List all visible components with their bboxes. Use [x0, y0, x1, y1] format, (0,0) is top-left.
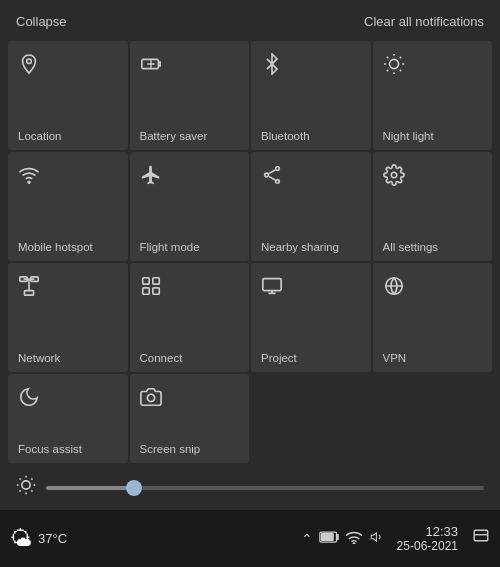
vpn-icon: [383, 275, 405, 302]
screen-snip-icon: [140, 386, 162, 413]
brightness-thumb[interactable]: [126, 480, 142, 496]
svg-point-11: [28, 181, 30, 183]
tile-nearby-sharing-label: Nearby sharing: [261, 241, 339, 253]
notification-center-icon[interactable]: [472, 528, 490, 550]
svg-point-32: [22, 481, 30, 489]
svg-point-17: [391, 172, 397, 178]
tile-mobile-hotspot[interactable]: Mobile hotspot: [8, 152, 128, 261]
location-icon: [18, 53, 40, 80]
tile-all-settings-label: All settings: [383, 241, 439, 253]
tile-location[interactable]: Location: [8, 41, 128, 150]
network-icon: [18, 275, 40, 302]
tile-project-label: Project: [261, 352, 297, 364]
svg-rect-25: [152, 288, 158, 294]
svg-rect-43: [321, 534, 333, 541]
tile-night-light[interactable]: Night light: [373, 41, 493, 150]
nearby-sharing-icon: [261, 164, 283, 191]
battery-saver-icon: [140, 53, 162, 80]
svg-rect-23: [142, 278, 148, 284]
svg-rect-46: [474, 530, 488, 541]
svg-line-39: [20, 490, 21, 491]
tile-connect-label: Connect: [140, 352, 183, 364]
svg-rect-26: [142, 288, 148, 294]
tile-bluetooth-label: Bluetooth: [261, 130, 310, 142]
tile-focus-assist[interactable]: Focus assist: [8, 374, 128, 463]
header: Collapse Clear all notifications: [0, 0, 500, 39]
all-settings-icon: [383, 164, 405, 191]
svg-rect-42: [336, 535, 338, 540]
clear-all-notifications-button[interactable]: Clear all notifications: [364, 14, 484, 29]
svg-rect-20: [24, 291, 33, 296]
svg-line-6: [399, 70, 400, 71]
tile-vpn-label: VPN: [383, 352, 407, 364]
tile-battery-saver[interactable]: Battery saver: [130, 41, 250, 150]
brightness-icon: [16, 475, 36, 500]
tile-screen-snip-label: Screen snip: [140, 443, 201, 455]
tile-nearby-sharing[interactable]: Nearby sharing: [251, 152, 371, 261]
svg-line-10: [399, 57, 400, 58]
svg-rect-27: [263, 279, 281, 291]
weather-icon: 🌤: [10, 526, 32, 552]
tile-night-light-label: Night light: [383, 130, 434, 142]
action-center: Collapse Clear all notifications Locatio…: [0, 0, 500, 510]
brightness-fill: [46, 486, 134, 490]
svg-point-13: [265, 173, 269, 177]
svg-line-36: [31, 490, 32, 491]
tile-flight-mode[interactable]: Flight mode: [130, 152, 250, 261]
tile-network[interactable]: Network: [8, 263, 128, 372]
svg-line-35: [20, 479, 21, 480]
collapse-button[interactable]: Collapse: [16, 14, 67, 29]
tile-flight-mode-label: Flight mode: [140, 241, 200, 253]
clock-date: 25-06-2021: [397, 539, 458, 553]
empty-tile-2: [373, 374, 493, 463]
tile-all-settings[interactable]: All settings: [373, 152, 493, 261]
tile-bluetooth[interactable]: Bluetooth: [251, 41, 371, 150]
wifi-icon: [345, 530, 363, 547]
svg-line-5: [386, 57, 387, 58]
svg-line-16: [269, 170, 275, 174]
clock[interactable]: 12:33 25-06-2021: [397, 524, 458, 553]
svg-marker-45: [371, 533, 376, 541]
tile-network-label: Network: [18, 352, 60, 364]
svg-line-40: [31, 479, 32, 480]
project-icon: [261, 275, 283, 302]
battery-taskbar-icon: [319, 530, 339, 547]
brightness-slider[interactable]: [46, 486, 484, 490]
svg-point-0: [27, 59, 32, 64]
svg-line-9: [386, 70, 387, 71]
empty-tile-1: [251, 374, 371, 463]
bluetooth-icon: [261, 53, 283, 80]
tile-vpn[interactable]: VPN: [373, 263, 493, 372]
taskbar: 🌤 37°C ⌃: [0, 510, 500, 567]
temperature-display: 37°C: [38, 531, 67, 546]
svg-point-31: [147, 394, 154, 401]
taskbar-system-icons: ⌃: [301, 530, 385, 547]
connect-icon: [140, 275, 162, 302]
tile-screen-snip[interactable]: Screen snip: [130, 374, 250, 463]
tile-focus-assist-label: Focus assist: [18, 443, 82, 455]
taskbar-weather: 🌤 37°C: [10, 526, 67, 552]
tile-connect[interactable]: Connect: [130, 263, 250, 372]
flight-mode-icon: [140, 164, 162, 191]
tile-location-label: Location: [18, 130, 61, 142]
mobile-hotspot-icon: [18, 164, 40, 191]
svg-point-44: [353, 543, 355, 544]
taskbar-right-area: ⌃: [301, 524, 490, 553]
focus-assist-icon: [18, 386, 40, 413]
volume-icon: [369, 530, 385, 547]
tile-mobile-hotspot-label: Mobile hotspot: [18, 241, 93, 253]
svg-rect-24: [152, 278, 158, 284]
svg-point-12: [276, 167, 280, 171]
tile-battery-saver-label: Battery saver: [140, 130, 208, 142]
quick-actions-grid: Location Battery saver Bluetooth: [0, 39, 500, 465]
svg-point-2: [389, 59, 398, 68]
clock-time: 12:33: [425, 524, 458, 539]
chevron-up-icon[interactable]: ⌃: [301, 531, 313, 547]
night-light-icon: [383, 53, 405, 80]
svg-line-15: [269, 176, 275, 180]
brightness-control: [0, 465, 500, 510]
tile-project[interactable]: Project: [251, 263, 371, 372]
svg-point-14: [276, 180, 280, 184]
